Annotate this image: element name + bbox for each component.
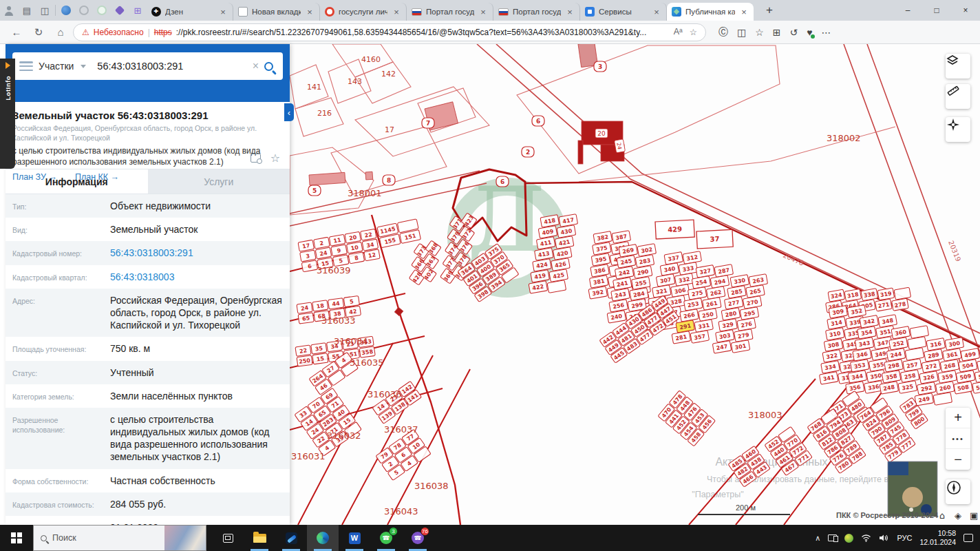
zoom-in-button[interactable]: +	[946, 408, 970, 428]
plan-zu-link[interactable]: План ЗУ →	[12, 172, 57, 182]
tab-close-icon[interactable]: ×	[218, 7, 228, 17]
basemap-preview-image[interactable]	[888, 461, 937, 517]
zoom-out-button[interactable]: −	[946, 449, 970, 470]
clear-icon[interactable]: ×	[253, 60, 259, 72]
building-footprint[interactable]	[309, 172, 345, 185]
favorite-star-icon[interactable]: ☆	[690, 27, 697, 37]
hidden-icons-chevron[interactable]: ∧	[815, 534, 820, 543]
minimize-button[interactable]: –	[893, 0, 922, 21]
browser-tab[interactable]: Дзен×	[147, 3, 233, 21]
favorites-icon[interactable]: ☆	[755, 27, 764, 38]
tab-close-icon[interactable]: ×	[305, 7, 315, 17]
menu-icon[interactable]	[19, 61, 33, 71]
home-icon[interactable]: ⌂	[939, 510, 945, 521]
panel-collapse-button[interactable]: ‹	[284, 103, 294, 121]
parcel-cell[interactable]: 22	[295, 345, 311, 356]
your-phone-icon[interactable]	[828, 534, 837, 541]
edge-button[interactable]	[307, 525, 339, 551]
notification-center-icon[interactable]	[963, 534, 973, 542]
map-more-button[interactable]: •••	[946, 428, 970, 449]
address-bar[interactable]: ⚠ Небезопасно | https ://pkk.rosreestr.r…	[73, 23, 706, 41]
parcel-cell[interactable]: 24	[297, 302, 312, 313]
map-canvas[interactable]: ДАктуализация данныхЧтобы актуализироват…	[290, 44, 980, 525]
tab-close-icon[interactable]: ×	[652, 7, 661, 17]
copilot-icon[interactable]: Ⓒ	[718, 26, 728, 39]
row-value-link[interactable]: 56:43:0318003:291	[110, 247, 290, 259]
search-icon[interactable]	[264, 62, 273, 71]
parcel-cell[interactable]: 35	[311, 343, 327, 354]
parcel-box[interactable]: 37	[696, 229, 733, 249]
workspaces-icon[interactable]: ◫	[36, 2, 54, 19]
parcel-box[interactable]: 429	[655, 220, 694, 239]
task-view-button[interactable]	[212, 525, 244, 551]
parcel-cell[interactable]	[894, 287, 911, 300]
preview-icon[interactable]	[251, 154, 261, 163]
close-button[interactable]: ×	[951, 0, 980, 21]
more-icon[interactable]: ⋯	[822, 27, 831, 38]
cadastral-map[interactable]: ДАктуализация данныхЧтобы актуализироват…	[290, 44, 980, 525]
search-highlight-image[interactable]	[164, 526, 206, 550]
parcel-cell[interactable]: 15	[312, 353, 328, 364]
volume-icon[interactable]	[879, 534, 889, 542]
basemap-icon[interactable]: ▣	[970, 510, 978, 521]
browser-tab[interactable]: Сервисы×	[580, 3, 667, 21]
parcel-marker[interactable]: 7	[422, 118, 434, 128]
extension-diamond-icon[interactable]	[111, 2, 129, 19]
tab-close-icon[interactable]: ×	[565, 7, 575, 17]
parcel-cell[interactable]: 5	[343, 295, 359, 306]
read-aloud-icon[interactable]: Aᵃ	[674, 27, 683, 37]
tab-close-icon[interactable]: ×	[739, 7, 749, 17]
extension-blue-icon[interactable]	[57, 2, 75, 19]
word-button[interactable]: W	[339, 525, 370, 551]
parcel-cell[interactable]: 18	[312, 300, 328, 311]
layers-button[interactable]	[946, 54, 970, 79]
parcel-cell[interactable]: 338	[861, 289, 878, 301]
parcel-cell[interactable]: 250	[297, 355, 312, 366]
whatsapp-button[interactable]: ☎3	[370, 525, 402, 551]
browser-tab[interactable]: госуслуги лич×	[320, 3, 407, 21]
start-button[interactable]	[0, 525, 33, 551]
parcel-cell[interactable]: 319	[877, 288, 895, 300]
history-icon[interactable]: ↺	[790, 27, 798, 38]
parcel-cell[interactable]: 271	[875, 299, 893, 311]
parcel-cell[interactable]: 44	[328, 298, 344, 309]
tab-close-icon[interactable]: ×	[478, 7, 488, 17]
wifi-icon[interactable]	[861, 534, 871, 542]
extension-pale-icon[interactable]	[93, 2, 111, 19]
parcel-marker[interactable]: 5	[308, 185, 321, 196]
parcel-cell[interactable]: 318	[844, 289, 862, 301]
browser-tab[interactable]: Новая вкладк×	[233, 3, 320, 21]
chevron-down-icon[interactable]	[81, 65, 86, 68]
parcel-marker[interactable]: 6	[496, 176, 509, 187]
favorite-icon[interactable]: ☆	[270, 152, 280, 165]
lotinfo-extension-tab[interactable]: LotInfo	[0, 59, 15, 169]
taskbar-search[interactable]: Поиск	[33, 525, 206, 551]
building-footprint[interactable]	[578, 141, 583, 164]
browser-essentials-icon[interactable]: ♥	[807, 27, 812, 38]
plan-kk-link[interactable]: План КК →	[75, 172, 119, 182]
vertical-tabs-icon[interactable]: ▤	[18, 2, 36, 19]
parcel-marker[interactable]: 8	[383, 175, 395, 185]
extension-gray-icon[interactable]	[75, 2, 93, 19]
browser-tab[interactable]: Публичная ка×	[667, 3, 754, 21]
parcel-marker[interactable]: 3	[594, 61, 606, 72]
measure-button[interactable]	[946, 84, 970, 109]
parcel-cell[interactable]: 65	[298, 313, 314, 324]
back-icon[interactable]: ←	[7, 23, 26, 41]
file-explorer-button[interactable]	[244, 525, 275, 551]
language-indicator[interactable]: РУС	[897, 534, 912, 542]
locate-icon[interactable]: ◈	[955, 510, 961, 521]
browser-tab[interactable]: Портал госуда×	[493, 3, 580, 21]
home-icon[interactable]: ⌂	[51, 23, 70, 41]
locate-button[interactable]	[946, 117, 970, 142]
row-value-link[interactable]: 56:43:0318003	[110, 271, 290, 283]
compass-button[interactable]	[946, 479, 970, 504]
parcel-cell[interactable]: 358	[359, 346, 375, 357]
new-tab-button[interactable]: +	[760, 3, 778, 17]
extension-squares-icon[interactable]: ⊞	[129, 2, 147, 19]
refresh-icon[interactable]: ↻	[29, 23, 48, 41]
antivirus-icon[interactable]	[844, 534, 853, 543]
parcel-marker[interactable]: 2	[522, 147, 534, 157]
building-footprint[interactable]	[365, 171, 373, 180]
clock[interactable]: 10:58 12.01.2024	[919, 529, 956, 547]
